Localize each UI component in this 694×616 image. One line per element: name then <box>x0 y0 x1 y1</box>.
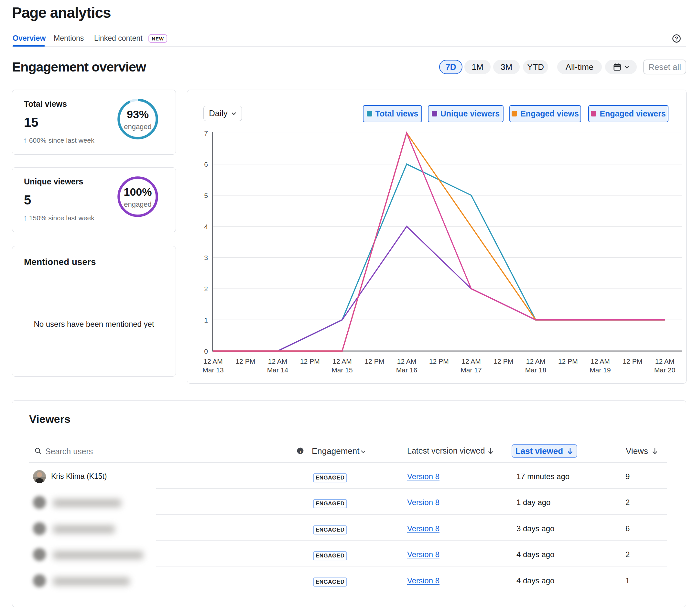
svg-text:i: i <box>300 449 301 454</box>
svg-text:12 AM: 12 AM <box>461 358 481 365</box>
svg-text:Mar 20: Mar 20 <box>654 366 675 374</box>
svg-text:12 AM: 12 AM <box>526 358 546 365</box>
svg-text:12 PM: 12 PM <box>623 358 642 365</box>
svg-text:Mar 17: Mar 17 <box>460 366 481 374</box>
svg-text:engaged: engaged <box>124 123 152 131</box>
svg-text:12 AM: 12 AM <box>397 358 417 365</box>
svg-text:?: ? <box>675 36 678 42</box>
svg-text:Mar 16: Mar 16 <box>396 366 417 374</box>
svg-text:12 PM: 12 PM <box>300 358 320 365</box>
svg-text:12 AM: 12 AM <box>332 358 352 365</box>
svg-text:6: 6 <box>204 161 208 168</box>
svg-text:engaged: engaged <box>124 200 152 209</box>
svg-text:2: 2 <box>204 285 208 292</box>
svg-text:12 PM: 12 PM <box>493 358 513 365</box>
svg-text:Mar 18: Mar 18 <box>525 366 546 374</box>
svg-text:12 AM: 12 AM <box>655 358 675 365</box>
svg-text:7: 7 <box>204 129 208 137</box>
svg-text:12 PM: 12 PM <box>235 358 255 365</box>
svg-text:100%: 100% <box>124 186 152 198</box>
svg-text:12 AM: 12 AM <box>590 358 610 365</box>
svg-text:3: 3 <box>204 254 208 261</box>
svg-text:Mar 13: Mar 13 <box>202 366 223 374</box>
svg-text:4: 4 <box>204 223 208 230</box>
svg-text:12 AM: 12 AM <box>203 358 223 365</box>
svg-text:1: 1 <box>204 316 208 324</box>
svg-text:93%: 93% <box>127 108 149 120</box>
svg-text:Mar 19: Mar 19 <box>589 366 610 374</box>
svg-text:5: 5 <box>204 192 208 199</box>
svg-text:0: 0 <box>204 347 208 355</box>
svg-text:Mar 14: Mar 14 <box>267 366 289 374</box>
svg-text:Mar 15: Mar 15 <box>331 366 352 374</box>
svg-text:12 PM: 12 PM <box>429 358 449 365</box>
svg-text:12 PM: 12 PM <box>558 358 578 365</box>
svg-text:12 AM: 12 AM <box>268 358 288 365</box>
svg-text:12 PM: 12 PM <box>364 358 384 365</box>
